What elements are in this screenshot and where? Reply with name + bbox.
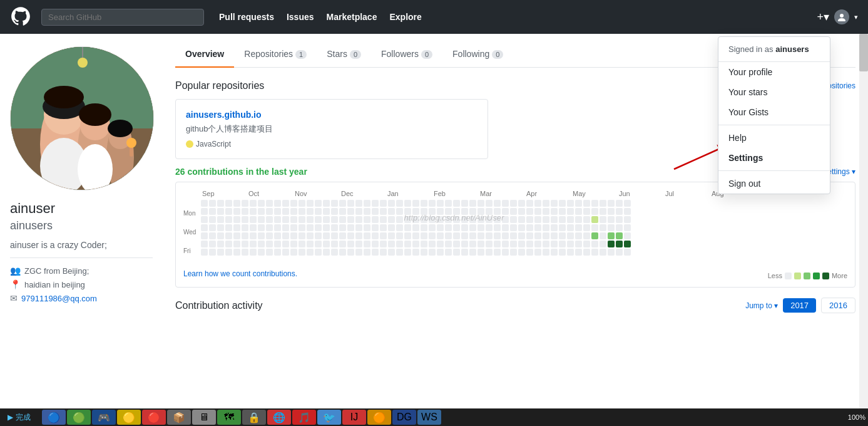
graph-cell[interactable] bbox=[347, 200, 354, 207]
graph-cell[interactable] bbox=[274, 224, 281, 231]
graph-cell[interactable] bbox=[355, 232, 362, 239]
graph-cell[interactable] bbox=[225, 249, 232, 256]
graph-cell[interactable] bbox=[323, 224, 330, 231]
graph-cell[interactable] bbox=[225, 224, 232, 231]
graph-cell[interactable] bbox=[469, 200, 476, 207]
graph-cell[interactable] bbox=[567, 200, 574, 207]
graph-cell[interactable] bbox=[274, 216, 281, 223]
your-gists-link[interactable]: Your Gists bbox=[718, 102, 830, 122]
graph-cell[interactable] bbox=[616, 208, 623, 215]
graph-cell[interactable] bbox=[307, 249, 314, 256]
graph-cell[interactable] bbox=[217, 232, 224, 239]
graph-cell[interactable] bbox=[591, 216, 598, 223]
graph-cell[interactable] bbox=[518, 200, 525, 207]
graph-cell[interactable] bbox=[242, 224, 248, 231]
year-2017-button[interactable]: 2017 bbox=[783, 298, 816, 313]
graph-cell[interactable] bbox=[250, 249, 257, 256]
graph-cell[interactable] bbox=[347, 208, 354, 215]
graph-cell[interactable] bbox=[437, 224, 444, 231]
graph-cell[interactable] bbox=[242, 216, 248, 223]
graph-cell[interactable] bbox=[282, 249, 289, 256]
graph-cell[interactable] bbox=[331, 249, 338, 256]
graph-cell[interactable] bbox=[567, 249, 574, 256]
graph-cell[interactable] bbox=[299, 232, 305, 239]
graph-cell[interactable] bbox=[591, 249, 598, 256]
taskbar-app-dg[interactable]: DG bbox=[392, 410, 416, 425]
graph-cell[interactable] bbox=[233, 224, 240, 231]
graph-cell[interactable] bbox=[315, 232, 322, 239]
graph-cell[interactable] bbox=[331, 232, 338, 239]
graph-cell[interactable] bbox=[469, 241, 476, 247]
graph-cell[interactable] bbox=[600, 216, 606, 223]
graph-cell[interactable] bbox=[404, 216, 411, 223]
graph-cell[interactable] bbox=[323, 200, 330, 207]
graph-cell[interactable] bbox=[331, 216, 338, 223]
graph-cell[interactable] bbox=[429, 216, 436, 223]
graph-cell[interactable] bbox=[608, 232, 615, 239]
graph-cell[interactable] bbox=[250, 200, 257, 207]
graph-cell[interactable] bbox=[217, 200, 224, 207]
graph-cell[interactable] bbox=[307, 208, 314, 215]
graph-cell[interactable] bbox=[339, 241, 346, 247]
graph-cell[interactable] bbox=[510, 241, 517, 247]
graph-cell[interactable] bbox=[518, 216, 525, 223]
help-link[interactable]: Help bbox=[718, 128, 830, 148]
graph-cell[interactable] bbox=[258, 200, 265, 207]
graph-cell[interactable] bbox=[250, 216, 257, 223]
graph-cell[interactable] bbox=[364, 224, 370, 231]
graph-cell[interactable] bbox=[290, 224, 297, 231]
graph-cell[interactable] bbox=[486, 232, 493, 239]
graph-cell[interactable] bbox=[591, 241, 598, 247]
tab-followers[interactable]: Followers0 bbox=[371, 44, 442, 68]
graph-cell[interactable] bbox=[323, 249, 330, 256]
graph-cell[interactable] bbox=[315, 216, 322, 223]
tab-overview[interactable]: Overview bbox=[175, 44, 234, 68]
issues-link[interactable]: Issues bbox=[287, 12, 314, 22]
graph-cell[interactable] bbox=[526, 249, 533, 256]
graph-cell[interactable] bbox=[477, 241, 484, 247]
graph-cell[interactable] bbox=[396, 249, 403, 256]
marketplace-link[interactable]: Marketplace bbox=[327, 12, 377, 22]
graph-cell[interactable] bbox=[494, 200, 501, 207]
graph-cell[interactable] bbox=[364, 232, 370, 239]
github-logo[interactable] bbox=[10, 6, 31, 29]
graph-cell[interactable] bbox=[591, 232, 598, 239]
graph-cell[interactable] bbox=[396, 216, 403, 223]
graph-cell[interactable] bbox=[502, 208, 509, 215]
graph-cell[interactable] bbox=[583, 208, 590, 215]
graph-cell[interactable] bbox=[266, 241, 273, 247]
graph-cell[interactable] bbox=[404, 200, 411, 207]
graph-cell[interactable] bbox=[421, 241, 427, 247]
graph-cell[interactable] bbox=[567, 241, 574, 247]
graph-cell[interactable] bbox=[526, 232, 533, 239]
graph-cell[interactable] bbox=[559, 241, 566, 247]
graph-cell[interactable] bbox=[445, 232, 452, 239]
graph-cell[interactable] bbox=[543, 232, 549, 239]
graph-cell[interactable] bbox=[486, 224, 493, 231]
graph-cell[interactable] bbox=[608, 249, 615, 256]
graph-cell[interactable] bbox=[624, 232, 631, 239]
graph-cell[interactable] bbox=[551, 232, 558, 239]
graph-cell[interactable] bbox=[355, 249, 362, 256]
graph-cell[interactable] bbox=[583, 241, 590, 247]
year-2016-button[interactable]: 2016 bbox=[821, 298, 855, 313]
graph-cell[interactable] bbox=[591, 208, 598, 215]
graph-cell[interactable] bbox=[274, 232, 281, 239]
graph-cell[interactable] bbox=[429, 208, 436, 215]
graph-cell[interactable] bbox=[282, 200, 289, 207]
new-dropdown-button[interactable]: +▾ bbox=[817, 10, 829, 24]
graph-cell[interactable] bbox=[453, 232, 460, 239]
graph-cell[interactable] bbox=[299, 241, 305, 247]
graph-cell[interactable] bbox=[372, 216, 379, 223]
graph-cell[interactable] bbox=[404, 224, 411, 231]
graph-cell[interactable] bbox=[608, 200, 615, 207]
graph-cell[interactable] bbox=[209, 216, 216, 223]
graph-cell[interactable] bbox=[396, 224, 403, 231]
graph-cell[interactable] bbox=[290, 232, 297, 239]
graph-cell[interactable] bbox=[201, 200, 208, 207]
graph-cell[interactable] bbox=[225, 232, 232, 239]
graph-cell[interactable] bbox=[339, 232, 346, 239]
graph-cell[interactable] bbox=[575, 224, 582, 231]
taskbar-app-screen[interactable]: 🖥 bbox=[192, 410, 216, 425]
tab-stars[interactable]: Stars0 bbox=[317, 44, 371, 68]
